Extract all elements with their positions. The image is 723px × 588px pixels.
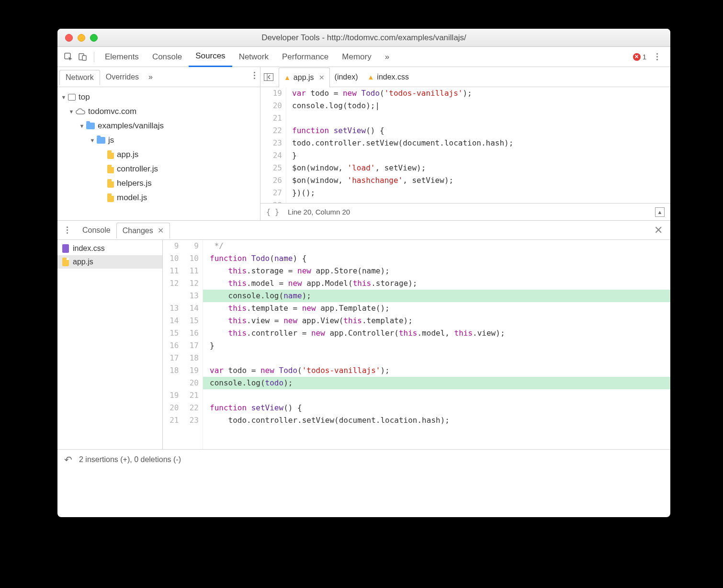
tab-elements[interactable]: Elements (98, 47, 146, 67)
warning-icon: ▲ (367, 73, 374, 81)
filetab-indexcss[interactable]: ▲index.css (362, 67, 414, 87)
close-tab-icon[interactable]: ✕ (158, 226, 164, 235)
navigator-menu-icon[interactable] (254, 72, 255, 79)
navtab-overflow[interactable]: » (148, 73, 153, 81)
devtools-window: Developer Tools - http://todomvc.com/exa… (57, 29, 670, 517)
filetab-index[interactable]: (index) (330, 67, 363, 87)
settings-menu-icon[interactable] (652, 53, 662, 60)
error-count: 1 (643, 53, 646, 61)
tab-network[interactable]: Network (232, 47, 275, 67)
changes-file-list: index.css app.js (57, 240, 163, 449)
tab-console[interactable]: Console (146, 47, 189, 67)
pretty-print-icon[interactable]: { } (266, 208, 279, 216)
tree-file-modeljs[interactable]: model.js (57, 191, 260, 205)
diff-summary: 2 insertions (+), 0 deletions (-) (79, 455, 181, 464)
toggle-navigator-icon[interactable] (263, 72, 274, 82)
line-gutter: 19202122232425262728 (260, 87, 286, 203)
zoom-window-button[interactable] (90, 34, 98, 42)
tree-file-appjs[interactable]: app.js (57, 147, 260, 162)
minimize-window-button[interactable] (78, 34, 85, 42)
revert-icon[interactable]: ↶ (64, 454, 72, 465)
diff-view[interactable]: 9910101111121213131414151516161717181819… (163, 240, 670, 449)
tree-jsdir[interactable]: ▼js (57, 133, 260, 147)
main-tab-row: Elements Console Sources Network Perform… (57, 47, 670, 67)
coverage-toggle-icon[interactable]: ▲ (655, 207, 665, 217)
tree-top[interactable]: ▼top (57, 90, 260, 104)
inspect-element-icon[interactable] (63, 52, 74, 62)
changes-file-indexcss[interactable]: index.css (57, 242, 162, 255)
navtab-network[interactable]: Network (59, 70, 100, 85)
filetab-appjs[interactable]: ▲app.js✕ (279, 68, 330, 88)
drawer-tab-console[interactable]: Console (77, 223, 116, 237)
traffic-lights (57, 34, 98, 42)
close-tab-icon[interactable]: ✕ (319, 74, 325, 81)
close-window-button[interactable] (65, 34, 73, 42)
diff-gutter: 9910101111121213131414151516161717181819… (163, 240, 203, 449)
tab-memory[interactable]: Memory (335, 47, 378, 67)
source-editor[interactable]: 19202122232425262728 var todo = new Todo… (260, 87, 670, 203)
svg-rect-2 (82, 56, 86, 60)
toggle-device-icon[interactable] (78, 52, 88, 62)
tree-folder[interactable]: ▼examples/vanillajs (57, 119, 260, 133)
navigator-tabs: Network Overrides » (57, 67, 260, 87)
navtab-overrides[interactable]: Overrides (100, 70, 145, 84)
drawer: Console Changes ✕ ✕ index.css app.js 991… (57, 220, 670, 469)
drawer-tabs: Console Changes ✕ ✕ (57, 221, 670, 240)
error-badge[interactable]: ✕ 1 (633, 53, 646, 61)
editor-statusbar: { } Line 20, Column 20 ▲ (260, 203, 670, 220)
tab-overflow[interactable]: » (378, 47, 396, 67)
tree-file-helpersjs[interactable]: helpers.js (57, 176, 260, 191)
css-file-icon (62, 244, 69, 253)
js-file-icon (62, 258, 69, 266)
drawer-menu-icon[interactable] (62, 226, 72, 234)
error-icon: ✕ (633, 53, 641, 61)
cursor-position: Line 20, Column 20 (288, 208, 350, 216)
file-tabs: ▲app.js✕ (index) ▲index.css (260, 67, 670, 87)
tree-domain[interactable]: ▼todomvc.com (57, 104, 260, 119)
drawer-footer: ↶ 2 insertions (+), 0 deletions (-) (57, 449, 670, 469)
separator (94, 52, 94, 62)
warning-icon: ▲ (284, 74, 291, 81)
tab-performance[interactable]: Performance (275, 47, 335, 67)
drawer-tab-changes[interactable]: Changes ✕ (116, 223, 170, 238)
tree-file-controllerjs[interactable]: controller.js (57, 162, 260, 176)
titlebar: Developer Tools - http://todomvc.com/exa… (57, 29, 670, 47)
file-tree: ▼top ▼todomvc.com ▼examples/vanillajs ▼j… (57, 87, 260, 220)
window-title: Developer Tools - http://todomvc.com/exa… (57, 33, 670, 43)
changes-file-appjs[interactable]: app.js (57, 255, 162, 269)
tab-sources[interactable]: Sources (189, 47, 232, 67)
close-drawer-icon[interactable]: ✕ (654, 224, 667, 237)
diff-code: */function Todo(name) { this.storage = n… (203, 240, 670, 449)
code-area[interactable]: var todo = new Todo('todos-vanillajs'); … (286, 87, 670, 203)
